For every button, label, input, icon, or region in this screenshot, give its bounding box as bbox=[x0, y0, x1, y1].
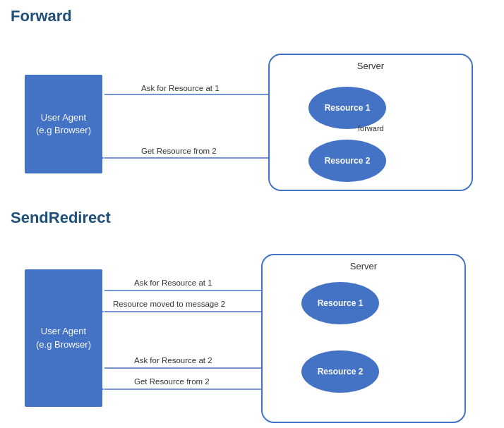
forward-resource1: Resource 1 bbox=[308, 87, 386, 129]
sendredirect-resource1: Resource 1 bbox=[301, 282, 379, 324]
forward-ask-label: Ask for Resource at 1 bbox=[141, 84, 220, 92]
sendredirect-resource2: Resource 2 bbox=[301, 350, 379, 393]
sendredirect-title: SendRedirect bbox=[11, 209, 493, 227]
sendredirect-ask1-label: Ask for Resource at 1 bbox=[134, 279, 212, 287]
sendredirect-diagram: User Agent (e.g Browser) Server Resource… bbox=[11, 234, 491, 428]
sendredirect-ask2-label: Ask for Resource at 2 bbox=[134, 356, 212, 365]
forward-user-agent-line1: User Agent bbox=[41, 111, 86, 124]
forward-diagram: User Agent (e.g Browser) Server Resource… bbox=[11, 32, 491, 195]
sendredirect-user-agent-box: User Agent (e.g Browser) bbox=[25, 269, 102, 407]
forward-label: forward bbox=[358, 124, 384, 133]
forward-server-box: Server Resource 1 Resource 2 forward bbox=[268, 54, 473, 191]
sendredirect-server-label: Server bbox=[350, 261, 377, 271]
forward-user-agent-line2: (e.g Browser) bbox=[36, 124, 91, 137]
forward-title: Forward bbox=[11, 7, 493, 25]
forward-resource2: Resource 2 bbox=[308, 140, 386, 182]
sendredirect-user-agent-line1: User Agent bbox=[41, 325, 86, 338]
sendredirect-get-label: Get Resource from 2 bbox=[134, 377, 210, 386]
sendredirect-user-agent-line2: (e.g Browser) bbox=[36, 338, 91, 351]
sendredirect-moved-label: Resource moved to message 2 bbox=[113, 300, 225, 308]
forward-server-label: Server bbox=[357, 61, 384, 71]
forward-get-label: Get Resource from 2 bbox=[141, 147, 217, 155]
forward-user-agent-box: User Agent (e.g Browser) bbox=[25, 75, 102, 173]
sendredirect-server-box: Server Resource 1 Resource 2 bbox=[261, 254, 466, 423]
